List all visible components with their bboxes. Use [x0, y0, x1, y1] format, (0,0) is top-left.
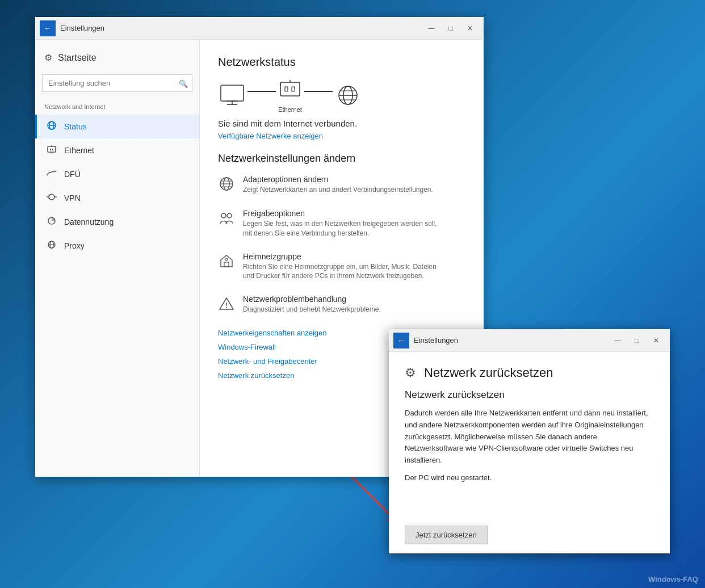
- adapter-title: Adapteroptionen ändern: [243, 175, 433, 184]
- sharing-icon: [218, 210, 235, 229]
- close-button[interactable]: ✕: [461, 20, 479, 36]
- change-settings-title: Netzwerkeinstellungen ändern: [218, 153, 465, 165]
- sidebar-item-label: VPN: [64, 194, 81, 203]
- adapter-icon: [218, 176, 235, 195]
- svg-rect-8: [50, 149, 51, 150]
- dialog-title: Einstellungen: [414, 336, 609, 345]
- net-line-right: [304, 91, 333, 92]
- network-diagram: Ethernet: [218, 80, 465, 113]
- dialog-restart-text: Der PC wird neu gestartet.: [405, 473, 654, 482]
- ethernet-icon: [46, 145, 57, 156]
- sidebar-item-vpn[interactable]: VPN: [35, 186, 199, 210]
- sidebar-section-label: Netzwerk und Internet: [35, 101, 199, 115]
- homegroup-icon: [218, 253, 235, 272]
- minimize-button[interactable]: —: [422, 20, 440, 36]
- vpn-icon: [46, 192, 57, 204]
- back-button[interactable]: ←: [40, 20, 56, 36]
- sidebar-item-status[interactable]: Status: [35, 115, 199, 138]
- dialog-body: ⚙ Netzwerk zurücksetzen Netzwerk zurücks…: [389, 352, 670, 519]
- sidebar-item-label: Datennutzung: [64, 217, 114, 226]
- setting-item-sharing: Freigabeoptionen Legen Sie fest, was in …: [218, 209, 465, 241]
- svg-rect-41: [224, 262, 229, 267]
- svg-rect-7: [48, 146, 56, 152]
- svg-rect-25: [280, 82, 300, 96]
- sidebar-item-label: Ethernet: [64, 146, 94, 155]
- dialog-minimize-button[interactable]: —: [609, 333, 627, 348]
- globe-icon: [334, 84, 362, 109]
- dialog-title-bar: ← Einstellungen — □ ✕: [389, 329, 670, 352]
- proxy-icon: [46, 240, 57, 251]
- sidebar-item-proxy[interactable]: Proxy: [35, 234, 199, 258]
- svg-point-12: [49, 194, 54, 200]
- dfu-icon: [46, 169, 57, 180]
- home-icon: ⚙: [44, 52, 52, 63]
- sidebar-item-dfu[interactable]: DFÜ: [35, 162, 199, 186]
- search-icon: 🔍: [179, 79, 188, 87]
- title-bar: ← Einstellungen — □ ✕: [35, 17, 484, 40]
- setting-item-adapter-text: Adapteroptionen ändern Zeigt Netzwerkkar…: [243, 175, 433, 195]
- status-icon: [46, 121, 57, 132]
- dialog-window: ← Einstellungen — □ ✕ ⚙ Netzwerk zurücks…: [389, 329, 670, 553]
- window-title: Einstellungen: [60, 24, 422, 32]
- search-input[interactable]: [42, 74, 192, 92]
- svg-rect-21: [221, 85, 244, 101]
- dialog-back-button[interactable]: ←: [393, 333, 409, 348]
- dialog-maximize-button[interactable]: □: [628, 333, 646, 348]
- search-box: 🔍: [42, 74, 192, 92]
- dialog-controls: — □ ✕: [609, 333, 665, 348]
- setting-item-adapter: Adapteroptionen ändern Zeigt Netzwerkkar…: [218, 175, 465, 198]
- network-status-title: Netzwerkstatus: [218, 56, 465, 69]
- setting-item-troubleshoot-text: Netzwerkproblembehandlung Diagnostiziert…: [243, 295, 381, 314]
- sharing-desc: Legen Sie fest, was in den Netzwerken fr…: [243, 219, 447, 238]
- dialog-header: ⚙ Netzwerk zurücksetzen: [405, 366, 654, 380]
- computer-icon: [218, 84, 246, 109]
- troubleshoot-title: Netzwerkproblembehandlung: [243, 295, 381, 304]
- watermark: Windows-FAQ: [648, 575, 698, 583]
- troubleshoot-icon: [218, 296, 235, 315]
- sidebar-item-label: DFÜ: [64, 170, 81, 179]
- dialog-section-title: Netzwerk zurücksetzen: [405, 389, 654, 401]
- sidebar-item-label: Proxy: [64, 241, 85, 250]
- svg-rect-27: [285, 87, 288, 91]
- svg-rect-28: [292, 87, 295, 91]
- sidebar-home[interactable]: ⚙ Startseite: [35, 45, 199, 70]
- svg-point-42: [225, 258, 228, 261]
- svg-rect-9: [52, 149, 53, 150]
- reset-now-button[interactable]: Jetzt zurücksetzen: [405, 526, 488, 544]
- homegroup-title: Heimnetzgruppe: [243, 252, 447, 261]
- svg-point-39: [221, 213, 226, 218]
- datennutzung-icon: [46, 216, 57, 228]
- maximize-button[interactable]: □: [442, 20, 460, 36]
- sidebar-item-ethernet[interactable]: Ethernet: [35, 138, 199, 162]
- setting-item-sharing-text: Freigabeoptionen Legen Sie fest, was in …: [243, 209, 447, 238]
- adapter-desc: Zeigt Netzwerkkarten an und ändert Verbi…: [243, 185, 433, 195]
- sidebar-item-datennutzung[interactable]: Datennutzung: [35, 210, 199, 234]
- troubleshoot-desc: Diagnostiziert und behebt Netzwerkproble…: [243, 305, 381, 314]
- sidebar-item-label: Status: [64, 122, 87, 131]
- dialog-header-title: Netzwerk zurücksetzen: [424, 366, 553, 380]
- setting-item-homegroup: Heimnetzgruppe Richten Sie eine Heimnetz…: [218, 252, 465, 284]
- ethernet-center-icon: Ethernet: [277, 80, 303, 113]
- sharing-title: Freigabeoptionen: [243, 209, 447, 218]
- dialog-close-button[interactable]: ✕: [647, 333, 665, 348]
- ethernet-label: Ethernet: [278, 106, 302, 113]
- setting-item-troubleshoot: Netzwerkproblembehandlung Diagnostiziert…: [218, 295, 465, 317]
- homegroup-desc: Richten Sie eine Heimnetzgruppe ein, um …: [243, 262, 447, 282]
- dialog-footer: Jetzt zurücksetzen: [389, 519, 670, 553]
- svg-point-44: [226, 307, 227, 308]
- window-controls: — □ ✕: [422, 20, 479, 36]
- dialog-gear-icon: ⚙: [405, 366, 416, 380]
- svg-point-40: [227, 213, 232, 218]
- connected-text: Sie sind mit dem Internet verbunden.: [218, 119, 465, 128]
- sidebar: ⚙ Startseite 🔍 Netzwerk und Internet: [35, 40, 200, 477]
- home-label: Startseite: [58, 53, 96, 63]
- setting-item-homegroup-text: Heimnetzgruppe Richten Sie eine Heimnetz…: [243, 252, 447, 282]
- dialog-description: Dadurch werden alle Ihre Netzwerkkarten …: [405, 408, 654, 467]
- net-line-left: [247, 91, 276, 92]
- available-networks-link[interactable]: Verfügbare Netzwerke anzeigen: [218, 132, 465, 140]
